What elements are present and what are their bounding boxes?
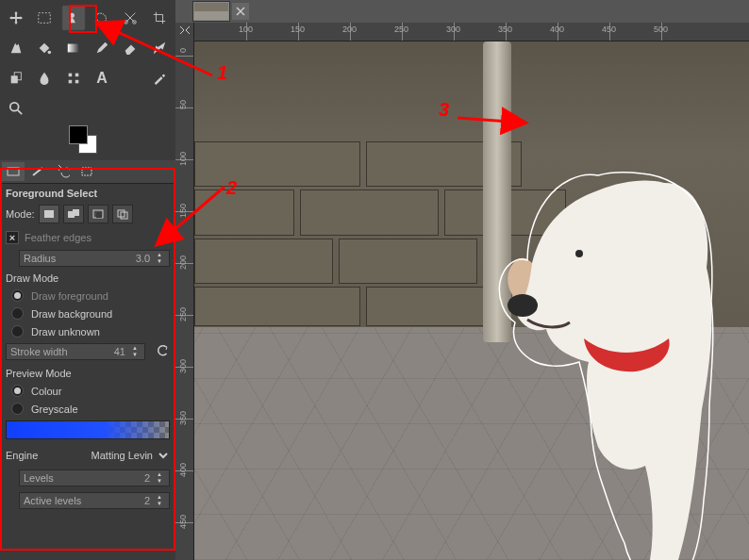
fuzzy-select-tool[interactable] <box>4 35 28 61</box>
stroke-width-input[interactable]: Stroke width 41▲▼ <box>6 343 145 360</box>
crop-tool[interactable] <box>147 5 172 31</box>
dog-subject <box>475 117 740 560</box>
options-tabs <box>0 160 175 184</box>
empty-tool-slot <box>118 95 142 122</box>
ruler-origin-icon[interactable] <box>178 25 191 36</box>
svg-rect-14 <box>82 168 92 175</box>
image-thumbnail[interactable] <box>192 1 230 22</box>
draw-unknown-radio[interactable] <box>11 325 24 338</box>
move-tool[interactable] <box>4 5 28 31</box>
draw-foreground-radio[interactable] <box>11 289 24 302</box>
free-select-tool[interactable] <box>90 5 114 31</box>
horizontal-ruler: 100150200250300350400450500 <box>194 23 749 41</box>
left-panel: A Foreground Select <box>0 0 175 560</box>
svg-point-1 <box>69 13 74 18</box>
svg-rect-13 <box>8 168 19 175</box>
radius-value: 3.0 <box>136 253 150 264</box>
mode-label: Mode: <box>6 208 35 220</box>
levels-label: Levels <box>24 472 54 484</box>
levels-input[interactable]: Levels 2▲▼ <box>19 469 170 486</box>
active-levels-input[interactable]: Active levels 2▲▼ <box>19 492 170 509</box>
engine-label: Engine <box>6 450 38 461</box>
levels-value: 2 <box>144 472 150 484</box>
pencil-tool[interactable] <box>90 35 114 61</box>
images-tab[interactable] <box>75 162 98 181</box>
feather-edges-checkbox[interactable] <box>6 231 19 244</box>
rect-select-tool[interactable] <box>32 5 57 31</box>
svg-point-12 <box>10 103 19 111</box>
eraser-tool[interactable] <box>118 35 142 61</box>
radius-label: Radius <box>24 253 56 264</box>
draw-foreground-label: Draw foreground <box>31 290 108 302</box>
engine-value: Matting Levin <box>92 450 153 461</box>
tool-options-tab[interactable] <box>2 162 25 181</box>
preview-colour-radio[interactable] <box>11 385 24 397</box>
draw-unknown-label: Draw unknown <box>31 326 100 338</box>
tool-options-panel: Foreground Select Mode: Feather edges Ra… <box>0 184 175 560</box>
stroke-width-label: Stroke width <box>10 346 68 357</box>
annotation-2-label: 2 <box>226 177 237 199</box>
vertical-ruler: 050100150200250300350400450 <box>175 23 194 560</box>
close-image-button[interactable] <box>232 3 249 20</box>
bucket-fill-tool[interactable] <box>32 35 57 61</box>
toolbox: A <box>0 0 175 160</box>
empty-tool-slot <box>90 95 114 122</box>
clone-tool[interactable] <box>4 65 28 91</box>
color-swatch[interactable] <box>69 125 107 154</box>
undo-history-tab[interactable] <box>51 162 74 181</box>
draw-mode-label: Draw Mode <box>6 272 170 284</box>
annotation-1-label: 1 <box>217 62 227 84</box>
svg-point-23 <box>575 250 583 257</box>
align-tool[interactable] <box>61 65 86 91</box>
mode-subtract[interactable] <box>88 205 108 223</box>
foreground-select-tool[interactable] <box>61 5 86 31</box>
tool-options-title: Foreground Select <box>6 188 170 199</box>
svg-rect-0 <box>39 13 50 24</box>
active-levels-label: Active levels <box>24 495 81 506</box>
device-status-tab[interactable] <box>26 162 49 181</box>
mode-intersect[interactable] <box>112 205 133 223</box>
canvas-area: 050100150200250300350400450 100150200250… <box>175 0 749 560</box>
preview-greyscale-label: Greyscale <box>31 404 78 415</box>
feather-edges-label: Feather edges <box>25 232 92 243</box>
color-picker-tool[interactable] <box>147 65 172 91</box>
engine-dropdown[interactable]: Matting Levin <box>92 449 170 462</box>
active-levels-value: 2 <box>144 495 150 506</box>
radius-input[interactable]: Radius 3.0▲▼ <box>19 250 170 267</box>
radius-spinner[interactable]: ▲▼ <box>154 252 165 265</box>
svg-rect-15 <box>44 210 54 218</box>
svg-rect-10 <box>68 80 72 84</box>
svg-rect-17 <box>73 209 79 216</box>
active-levels-spinner[interactable]: ▲▼ <box>154 494 165 507</box>
thumbnail-bar <box>175 0 749 23</box>
gradient-tool[interactable] <box>61 35 86 61</box>
svg-rect-19 <box>96 212 102 218</box>
smudge-tool[interactable] <box>32 65 57 91</box>
draw-background-radio[interactable] <box>11 307 24 320</box>
text-tool[interactable]: A <box>90 65 114 91</box>
mode-replace[interactable] <box>39 205 59 223</box>
canvas[interactable] <box>194 41 749 560</box>
annotation-3-label: 3 <box>439 99 449 121</box>
airbrush-tool[interactable] <box>147 35 172 61</box>
preview-color-swatch[interactable] <box>6 420 170 439</box>
stroke-width-spinner[interactable]: ▲▼ <box>129 345 141 358</box>
empty-tool-slot <box>118 65 142 91</box>
svg-point-4 <box>48 51 52 55</box>
zoom-tool[interactable] <box>4 95 28 122</box>
foreground-color[interactable] <box>69 125 88 144</box>
svg-rect-8 <box>68 74 72 77</box>
mode-add[interactable] <box>63 205 84 223</box>
svg-rect-9 <box>75 74 79 77</box>
preview-mode-label: Preview Mode <box>6 368 170 379</box>
stroke-width-value: 41 <box>114 346 125 357</box>
draw-background-label: Draw background <box>31 308 112 320</box>
empty-tool-slot <box>32 95 57 122</box>
chevron-down-icon <box>157 449 170 462</box>
svg-rect-5 <box>68 44 79 53</box>
scissors-select-tool[interactable] <box>118 5 142 31</box>
reset-stroke-width-icon[interactable] <box>155 343 170 360</box>
levels-spinner[interactable]: ▲▼ <box>154 471 165 485</box>
empty-tool-slot <box>147 95 172 122</box>
preview-greyscale-radio[interactable] <box>11 403 24 415</box>
